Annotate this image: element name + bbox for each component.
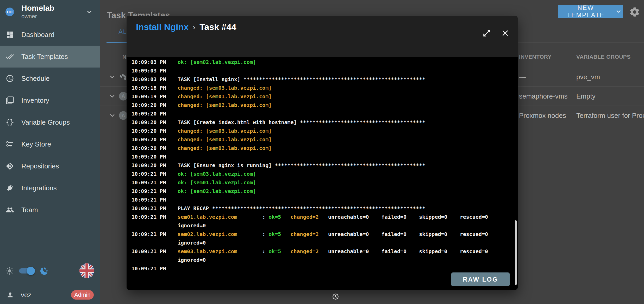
log-segment: ignored=0 [178,240,206,246]
close-icon[interactable] [501,29,510,38]
log-timestamp: 10:09:20 PM [132,153,178,161]
log-timestamp: 10:09:21 PM [132,196,178,204]
log-line: 10:09:21 PMPLAY RECAP ******************… [127,204,518,213]
log-segment: sem01.lab.vezpi.com [178,214,237,220]
log-line: 10:09:21 PMsem01.lab.vezpi.com : ok=5 ch… [127,213,518,221]
sidebar-item-inventory[interactable]: Inventory [0,89,100,111]
log-segment: PLAY RECAP *****************************… [178,205,425,211]
chevron-down-icon [86,8,93,16]
log-timestamp: 10:09:20 PM [132,127,178,135]
sun-icon [5,266,14,275]
team-name: Homelab [21,4,54,12]
log-timestamp: 10:09:21 PM [132,213,178,221]
sidebar-item-label: Dashboard [21,31,54,39]
sidebar-item-label: Schedule [21,75,49,83]
app-root: HO Homelab owner DashboardTask Templates… [0,0,644,304]
sidebar-item-integrations[interactable]: Integrations [0,177,100,199]
log-segment: changed: [sem02.lab.vezpi.com] [178,102,272,108]
log-line: ignored=0 [127,221,518,230]
log-scrollbar[interactable] [515,220,517,285]
chevron-down-icon [615,8,622,15]
log-timestamp: 10:09:19 PM [132,92,178,101]
log-timestamp: 10:09:20 PM [132,144,178,153]
sidebar-item-schedule[interactable]: Schedule [0,68,100,89]
sidebar-item-dashboard[interactable]: Dashboard [0,24,100,46]
row-expander-icon[interactable] [109,93,116,100]
log-timestamp: 10:09:03 PM [132,75,178,84]
log-timestamp: 10:09:03 PM [132,66,178,75]
log-line: 10:09:20 PMchanged: [sem02.lab.vezpi.com… [127,144,518,153]
row-expander-icon[interactable] [109,73,116,81]
breadcrumb-template-link[interactable]: Install Nginx [136,22,189,32]
log-timestamp: 10:09:20 PM [132,118,178,127]
cell-variable-groups: Terraform user for Proxm [576,111,644,119]
user-menu[interactable]: vez Admin [0,288,100,302]
team-switcher[interactable]: HO Homelab owner [0,0,100,24]
log-segment: ignored=0 [178,257,206,263]
log-line: 10:09:03 PMok: [sem02.lab.vezpi.com] [127,58,518,66]
team-avatar-initials: HO [7,10,12,14]
log-line: 10:09:20 PMchanged: [sem01.lab.vezpi.com… [127,135,518,144]
cell-variable-groups: Empty [576,92,596,100]
log-timestamp: 10:09:03 PM [132,58,178,66]
team-role: owner [21,13,54,20]
log-segment [281,248,290,254]
log-segment: unreachable=0 failed=0 skipped=0 rescued… [319,248,488,254]
log-segment: ok: [sem02.lab.vezpi.com] [178,188,256,194]
log-line: 10:09:21 PMsem03.lab.vezpi.com : ok=5 ch… [127,247,518,256]
row-expander-icon[interactable] [109,112,116,119]
expand-icon[interactable] [482,29,491,38]
log-segment: : [237,231,268,237]
cell-variable-groups: pve_vm [576,73,600,81]
sidebar-item-label: Task Templates [21,53,68,61]
log-segment: ok: [sem01.lab.vezpi.com] [178,179,256,186]
breadcrumb-chevron: › [193,23,195,32]
language-flag-uk[interactable] [79,263,94,278]
variable-groups-icon [6,118,14,126]
log-segment: changed=2 [291,231,319,237]
sidebar-item-task-templates[interactable]: Task Templates [0,46,100,68]
inventory-icon [6,96,14,105]
task-log-output: 10:09:03 PMok: [sem02.lab.vezpi.com]10:0… [127,57,518,290]
gear-icon[interactable] [629,6,640,18]
log-line: ignored=0 [127,256,518,264]
new-template-button[interactable]: NEW TEMPLATE [558,5,623,18]
log-line: 10:09:20 PMchanged: [sem02.lab.vezpi.com… [127,101,518,110]
log-segment: changed=2 [291,214,319,220]
log-segment: changed: [sem01.lab.vezpi.com] [178,136,272,143]
log-timestamp: 10:09:20 PM [132,101,178,110]
sidebar-item-team[interactable]: Team [0,199,100,221]
repositories-icon [6,162,14,170]
log-timestamp: 10:09:18 PM [132,84,178,92]
sidebar-item-repositories[interactable]: Repositories [0,155,100,177]
log-segment: unreachable=0 failed=0 skipped=0 rescued… [319,231,488,237]
new-template-label: NEW TEMPLATE [559,4,612,19]
log-segment: sem03.lab.vezpi.com [178,248,237,254]
log-segment: ok=5 [268,231,281,237]
log-timestamp: 10:09:21 PM [132,247,178,256]
log-timestamp: 10:09:21 PM [132,204,178,213]
log-line: 10:09:03 PM [127,66,518,75]
sidebar-item-variable-groups[interactable]: Variable Groups [0,111,100,133]
team-icon [6,206,14,214]
log-segment: : [237,214,268,220]
log-timestamp: 10:09:21 PM [132,264,178,273]
log-timestamp: 10:09:21 PM [132,178,178,187]
log-segment: ok=5 [268,248,281,254]
user-name: vez [21,291,31,299]
raw-log-button[interactable]: RAW LOG [451,272,510,286]
dark-mode-toggle[interactable] [19,268,34,273]
log-line: 10:09:20 PMchanged: [sem03.lab.vezpi.com… [127,127,518,135]
column-header-inventory: INVENTORY [519,54,552,60]
log-segment: ok: [sem02.lab.vezpi.com] [178,59,256,65]
theme-switcher-row [0,263,100,279]
log-segment: changed: [sem01.lab.vezpi.com] [178,93,272,100]
breadcrumb: Install Nginx › Task #44 [136,22,236,32]
log-segment: ok=5 [268,214,281,220]
sidebar-item-key-store[interactable]: Key Store [0,133,100,155]
sidebar-item-label: Team [21,206,38,214]
dashboard-icon [6,31,14,39]
breadcrumb-task-title: Task #44 [199,22,236,32]
log-line: 10:09:21 PMok: [sem01.lab.vezpi.com] [127,178,518,187]
task-modal: Install Nginx › Task #44 ✓ Success Start… [127,16,518,290]
